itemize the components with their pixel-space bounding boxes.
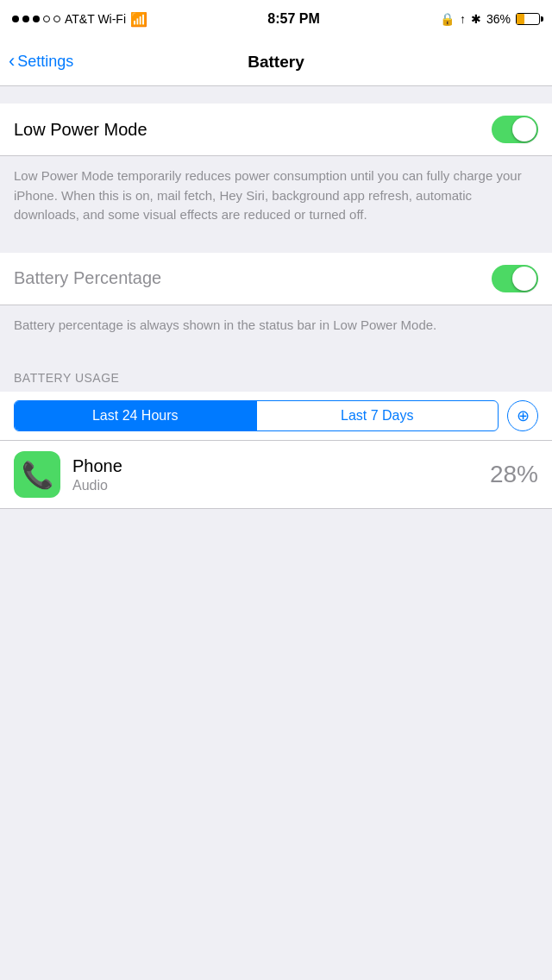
status-time: 8:57 PM xyxy=(267,11,319,27)
carrier-label: AT&T Wi-Fi xyxy=(65,12,126,26)
back-chevron-icon: ‹ xyxy=(9,52,15,71)
clock-button[interactable]: ⊕ xyxy=(507,400,538,431)
low-power-mode-label: Low Power Mode xyxy=(14,120,147,140)
page-title: Battery xyxy=(248,53,304,72)
phone-app-name: Phone xyxy=(72,456,478,476)
low-power-mode-row: Low Power Mode xyxy=(0,104,552,156)
segment-7days[interactable]: Last 7 Days xyxy=(257,401,499,430)
dot-2 xyxy=(22,16,29,22)
status-right: 🔒 ↑ ✱ 36% xyxy=(440,12,540,26)
dot-1 xyxy=(12,16,19,22)
status-left: AT&T Wi-Fi 📶 xyxy=(12,11,147,28)
wifi-icon: 📶 xyxy=(130,11,147,28)
battery-usage-section: BATTERY USAGE Last 24 Hours Last 7 Days … xyxy=(0,362,552,509)
low-power-mode-toggle[interactable] xyxy=(492,116,538,143)
lock-icon: 🔒 xyxy=(440,12,455,26)
signal-dots xyxy=(12,16,60,22)
battery-pct-status: 36% xyxy=(486,12,511,26)
location-icon: ↑ xyxy=(460,12,466,26)
phone-app-subtitle: Audio xyxy=(72,478,478,493)
phone-icon: 📞 xyxy=(22,460,53,490)
toggle-knob xyxy=(512,117,536,141)
dot-3 xyxy=(33,16,40,22)
time-range-segmented-control[interactable]: Last 24 Hours Last 7 Days xyxy=(14,400,499,431)
battery-percentage-section: Battery Percentage Battery percentage is… xyxy=(0,253,552,346)
toggle-knob-pct xyxy=(512,267,536,291)
phone-app-icon: 📞 xyxy=(14,451,60,498)
clock-icon: ⊕ xyxy=(517,406,530,425)
segment-24hours[interactable]: Last 24 Hours xyxy=(15,401,256,430)
phone-app-info: Phone Audio xyxy=(72,456,478,493)
battery-icon xyxy=(516,13,540,25)
dot-4 xyxy=(43,16,50,22)
battery-percentage-row: Battery Percentage xyxy=(0,253,552,305)
low-power-mode-section: Low Power Mode Low Power Mode temporaril… xyxy=(0,104,552,236)
app-row-phone: 📞 Phone Audio 28% xyxy=(0,441,552,509)
battery-percentage-description: Battery percentage is always shown in th… xyxy=(0,305,552,346)
battery-fill xyxy=(517,14,524,24)
back-label: Settings xyxy=(17,53,73,71)
battery-percentage-toggle[interactable] xyxy=(492,265,538,292)
low-power-mode-description: Low Power Mode temporarily reduces power… xyxy=(0,156,552,236)
battery-percentage-label: Battery Percentage xyxy=(14,268,161,288)
battery-usage-header: BATTERY USAGE xyxy=(0,362,552,392)
back-button[interactable]: ‹ Settings xyxy=(9,53,73,71)
status-bar: AT&T Wi-Fi 📶 8:57 PM 🔒 ↑ ✱ 36% xyxy=(0,0,552,38)
segmented-control-row: Last 24 Hours Last 7 Days ⊕ xyxy=(0,392,552,441)
dot-5 xyxy=(53,16,60,22)
nav-bar: ‹ Settings Battery xyxy=(0,38,552,86)
bluetooth-icon: ✱ xyxy=(471,12,481,26)
phone-app-percentage: 28% xyxy=(490,461,538,488)
